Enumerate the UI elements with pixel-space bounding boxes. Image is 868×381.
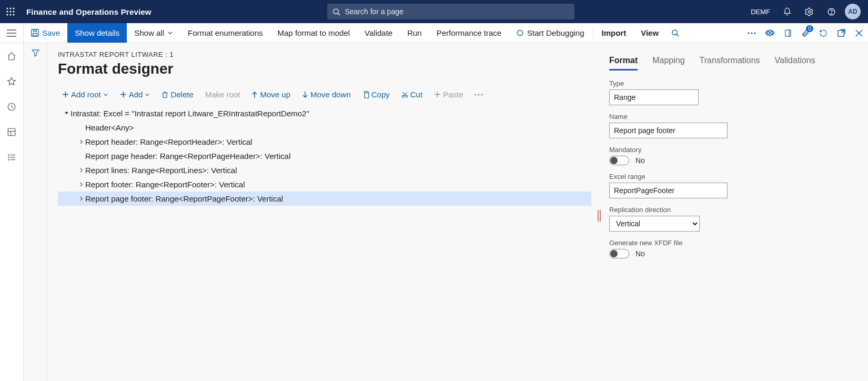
home-icon[interactable] xyxy=(4,48,19,64)
run-button[interactable]: Run xyxy=(400,23,429,43)
type-label: Type xyxy=(609,79,860,87)
svg-point-24 xyxy=(751,32,752,34)
svg-point-7 xyxy=(9,14,11,15)
view-button[interactable]: View xyxy=(633,23,666,43)
map-format-to-model-button[interactable]: Map format to model xyxy=(270,23,358,43)
svg-point-25 xyxy=(754,32,755,34)
svg-point-21 xyxy=(672,30,677,35)
svg-point-54 xyxy=(475,94,477,95)
command-bar: Save Show details Show all Format enumer… xyxy=(0,23,868,43)
svg-line-22 xyxy=(677,34,679,36)
help-icon[interactable] xyxy=(823,0,840,23)
add-button[interactable]: Add xyxy=(116,88,155,101)
delete-button[interactable]: Delete xyxy=(157,88,197,101)
start-debugging-button[interactable]: Start Debugging xyxy=(509,23,591,43)
save-button[interactable]: Save xyxy=(24,23,67,43)
show-details-button[interactable]: Show details xyxy=(67,23,127,43)
star-icon[interactable] xyxy=(4,74,19,89)
gear-icon[interactable] xyxy=(801,0,817,23)
diamond-icon[interactable] xyxy=(761,23,779,43)
move-up-button[interactable]: Move up xyxy=(247,88,295,101)
global-search[interactable]: Search for a page xyxy=(327,4,574,19)
svg-point-50 xyxy=(402,95,404,97)
filter-icon[interactable] xyxy=(31,48,40,381)
close-icon[interactable] xyxy=(850,23,868,43)
svg-point-23 xyxy=(748,32,749,34)
show-all-button[interactable]: Show all xyxy=(127,23,180,43)
tab-format[interactable]: Format xyxy=(609,53,638,71)
format-enumerations-button[interactable]: Format enumerations xyxy=(180,23,270,43)
workspace-icon[interactable] xyxy=(4,124,19,140)
header-actions: DEMF AD xyxy=(751,0,865,23)
breadcrumb: INTRASTAT REPORT LITWARE : 1 xyxy=(58,51,591,58)
caret-down-icon[interactable] xyxy=(62,111,70,116)
tree-toolbar: Add root Add Delete Make root Move up Mo… xyxy=(58,88,591,101)
properties-pane: FormatMappingTransformationsValidations … xyxy=(607,51,860,381)
import-button[interactable]: Import xyxy=(594,23,634,43)
name-field[interactable] xyxy=(609,123,728,138)
attachments-badge: 0 xyxy=(806,25,813,32)
popout-icon[interactable] xyxy=(832,23,850,43)
cut-button[interactable]: Cut xyxy=(397,88,427,101)
svg-point-11 xyxy=(808,11,810,13)
svg-rect-49 xyxy=(365,93,369,98)
tree-row[interactable]: Report lines: Range<ReportLines>: Vertic… xyxy=(58,163,591,177)
app-launcher-icon[interactable] xyxy=(0,0,21,23)
filter-pane xyxy=(24,43,47,381)
type-field[interactable]: Range xyxy=(609,89,699,105)
svg-point-51 xyxy=(406,95,408,97)
paste-button: Paste xyxy=(430,88,467,101)
tree-row[interactable]: Intrastat: Excel = "Intrastat report Lit… xyxy=(58,106,591,121)
tree-row-label: Report header: Range<ReportHeader>: Vert… xyxy=(85,137,253,146)
svg-point-13 xyxy=(831,13,831,14)
svg-point-40 xyxy=(8,159,9,161)
attachments-button[interactable]: 0 xyxy=(796,23,814,43)
tree-row-label: Report page header: Range<ReportPageHead… xyxy=(85,152,290,161)
tab-validations[interactable]: Validations xyxy=(775,53,815,71)
caret-right-icon[interactable] xyxy=(77,182,85,187)
tab-mapping[interactable]: Mapping xyxy=(652,53,684,71)
move-down-button[interactable]: Move down xyxy=(298,88,355,101)
add-root-button[interactable]: Add root xyxy=(58,88,113,101)
tree-row[interactable]: Header<Any> xyxy=(58,121,591,135)
caret-right-icon[interactable] xyxy=(77,139,85,144)
excel-range-label: Excel range xyxy=(609,173,860,181)
property-tabs: FormatMappingTransformationsValidations xyxy=(609,53,860,71)
make-root-button: Make root xyxy=(201,88,245,101)
tree-row[interactable]: Report page footer: Range<ReportPageFoot… xyxy=(58,192,591,206)
tree-overflow-icon[interactable] xyxy=(470,92,487,98)
performance-trace-button[interactable]: Performance trace xyxy=(429,23,509,43)
svg-point-8 xyxy=(13,14,14,15)
pane-resize-handle[interactable] xyxy=(597,51,602,381)
excel-range-field[interactable] xyxy=(609,183,728,198)
tree-row[interactable]: Report header: Range<ReportHeader>: Vert… xyxy=(58,135,591,149)
validate-button[interactable]: Validate xyxy=(357,23,400,43)
search-icon[interactable] xyxy=(666,23,684,43)
replication-direction-label: Replication direction xyxy=(609,206,860,214)
tree-row[interactable]: Report footer: Range<ReportFooter>: Vert… xyxy=(58,177,591,192)
app-title: Finance and Operations Preview xyxy=(26,7,152,16)
global-search-placeholder: Search for a page xyxy=(345,7,403,16)
replication-direction-select[interactable]: Vertical xyxy=(609,216,700,232)
svg-point-38 xyxy=(8,157,9,158)
mandatory-label: Mandatory xyxy=(609,146,860,154)
tree-row-label: Report lines: Range<ReportLines>: Vertic… xyxy=(85,166,237,175)
caret-right-icon[interactable] xyxy=(77,168,85,173)
hamburger-icon[interactable] xyxy=(0,23,24,43)
overflow-icon[interactable] xyxy=(743,23,761,43)
svg-point-4 xyxy=(9,11,11,12)
recent-icon[interactable] xyxy=(4,99,19,115)
svg-point-5 xyxy=(13,11,14,12)
svg-rect-46 xyxy=(163,93,167,97)
tab-transformations[interactable]: Transformations xyxy=(700,53,760,71)
mandatory-toggle[interactable] xyxy=(609,156,629,165)
xfdf-toggle[interactable] xyxy=(609,249,629,258)
refresh-icon[interactable] xyxy=(814,23,832,43)
user-avatar[interactable]: AD xyxy=(845,4,861,19)
caret-right-icon[interactable] xyxy=(77,196,85,201)
office-icon[interactable] xyxy=(779,23,796,43)
modules-icon[interactable] xyxy=(4,149,19,165)
copy-button[interactable]: Copy xyxy=(358,88,394,101)
bell-icon[interactable] xyxy=(779,0,795,23)
tree-row[interactable]: Report page header: Range<ReportPageHead… xyxy=(58,149,591,163)
